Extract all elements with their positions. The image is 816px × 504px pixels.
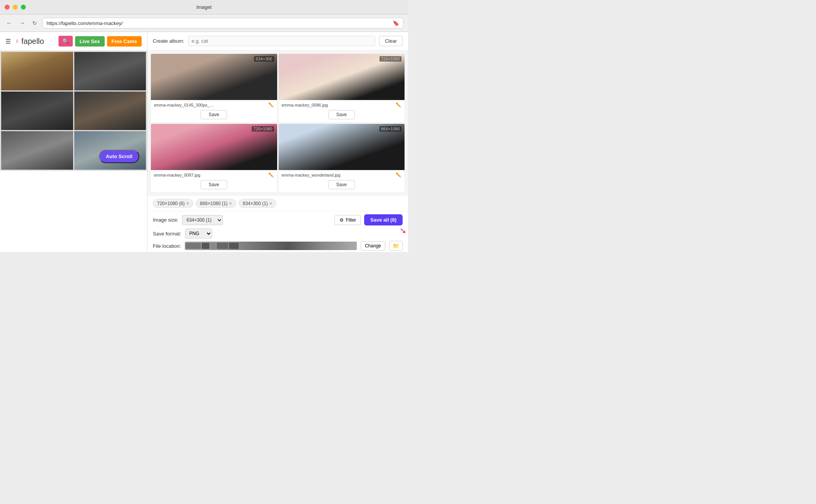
free-cams-button[interactable]: Free Cams — [107, 36, 142, 47]
save-button-3[interactable]: Save — [201, 180, 227, 189]
browser-chrome: ← → ↻ https://fapello.com/emma-mackey/ 🔖 — [0, 15, 408, 32]
webpage-image-2[interactable] — [74, 52, 146, 90]
auto-scroll-button[interactable]: Auto Scroll — [99, 150, 139, 163]
image-size-row: Image size: 634×300 (1) 720×1080 (6) 866… — [153, 214, 403, 225]
result-image-3[interactable]: 720×1080 — [151, 124, 277, 170]
location-segments — [185, 242, 357, 250]
folder-button[interactable]: 📁 — [389, 241, 403, 251]
tag-label-866: 866×1080 (1) — [200, 201, 227, 206]
edit-icon-1[interactable]: ✏️ — [268, 102, 274, 108]
edit-icon-3[interactable]: ✏️ — [268, 172, 274, 178]
live-sex-button[interactable]: Live Sex — [75, 36, 105, 47]
webpage-image-5[interactable] — [1, 131, 73, 170]
webpage-image-4[interactable] — [74, 92, 146, 130]
image-size-select[interactable]: 634×300 (1) 720×1080 (6) 866×1080 (1) — [182, 215, 223, 225]
filename-2: emma-mackey_0086.jpg — [282, 103, 328, 107]
result-image-1[interactable]: 634×300 — [151, 54, 277, 100]
dimension-label-4: 866×1080 — [380, 126, 401, 132]
result-meta-2: emma-mackey_0086.jpg ✏️ — [279, 100, 405, 110]
close-button[interactable] — [5, 5, 10, 10]
result-card-1: 634×300 emma-mackey_0145_300px_3.jp ✏️ S… — [150, 53, 278, 123]
edit-icon-4[interactable]: ✏️ — [396, 172, 401, 178]
filter-icon: ⚙ — [339, 217, 344, 223]
result-card-3: 720×1080 emma-mackey_0087.jpg ✏️ Save — [150, 123, 278, 193]
filename-3: emma-mackey_0087.jpg — [154, 173, 200, 177]
search-button[interactable]: 🔍 — [59, 36, 73, 47]
save-button-2[interactable]: Save — [328, 110, 355, 119]
fapello-left: ☰ ♀ fapello — [5, 37, 44, 46]
dimension-label-1: 634×300 — [254, 56, 274, 62]
tag-remove-634[interactable]: × — [269, 200, 273, 206]
fapello-right: 🔍 Live Sex Free Cams — [59, 36, 142, 47]
dimension-label-3: 720×1080 — [252, 126, 274, 132]
save-format-row: Save format: PNG JPG WEBP — [153, 229, 403, 239]
save-button-1[interactable]: Save — [201, 110, 227, 119]
result-card-4: 866×1080 emma-mackey_wonderland.jpg ✏️ S… — [278, 123, 405, 193]
maximize-button[interactable] — [21, 5, 26, 10]
hamburger-icon[interactable]: ☰ — [5, 38, 11, 45]
tag-remove-720[interactable]: × — [186, 200, 189, 206]
location-bar — [185, 242, 357, 250]
save-all-button[interactable]: Save all (8) — [364, 214, 403, 225]
extension-panel: Create album: Clear 634×300 emma-mackey_… — [147, 32, 408, 252]
file-location-label: File location: — [153, 243, 181, 249]
filename-4: emma-mackey_wonderland.jpg — [282, 173, 341, 177]
webpage-panel: ☰ ♀ fapello 🔍 Live Sex Free Cams Aut — [0, 32, 147, 252]
titlebar-buttons — [5, 5, 26, 10]
address-bar[interactable]: https://fapello.com/emma-mackey/ 🔖 — [42, 18, 403, 28]
fapello-logo: ♀ fapello — [15, 37, 44, 46]
webpage-image-1[interactable] — [1, 52, 73, 90]
logo-icon: ♀ — [15, 37, 20, 45]
loc-seg-2 — [202, 243, 209, 249]
loc-seg-5 — [229, 243, 239, 249]
bookmark-icon[interactable]: 🔖 — [393, 20, 399, 26]
main-layout: ☰ ♀ fapello 🔍 Live Sex Free Cams Aut — [0, 32, 408, 252]
image-size-label: Image size: — [153, 217, 178, 223]
filename-1: emma-mackey_0145_300px_3.jp — [154, 103, 216, 107]
results-grid: 634×300 emma-mackey_0145_300px_3.jp ✏️ S… — [147, 50, 408, 196]
filter-tag-720[interactable]: 720×1080 (6) × — [153, 199, 193, 208]
result-image-4[interactable]: 866×1080 — [279, 124, 405, 170]
bottom-controls: Image size: 634×300 (1) 720×1080 (6) 866… — [147, 211, 408, 252]
save-button-4[interactable]: Save — [328, 180, 355, 189]
fapello-header: ☰ ♀ fapello 🔍 Live Sex Free Cams — [0, 32, 147, 51]
result-meta-1: emma-mackey_0145_300px_3.jp ✏️ — [151, 100, 277, 110]
clear-button[interactable]: Clear — [379, 36, 403, 46]
edit-icon-2[interactable]: ✏️ — [396, 102, 401, 108]
logo-text: fapello — [22, 37, 44, 46]
loc-seg-1 — [186, 243, 201, 249]
tag-label-720: 720×1080 (6) — [157, 201, 185, 206]
minimize-button[interactable] — [13, 5, 18, 10]
save-format-label: Save format: — [153, 231, 181, 237]
url-text: https://fapello.com/emma-mackey/ — [47, 20, 123, 26]
filter-tag-634[interactable]: 634×300 (1) × — [239, 199, 277, 208]
result-meta-3: emma-mackey_0087.jpg ✏️ — [151, 170, 277, 180]
webpage-image-3[interactable] — [1, 92, 73, 130]
create-album-label: Create album: — [153, 38, 184, 44]
tag-label-634: 634×300 (1) — [243, 201, 268, 206]
filter-tag-866[interactable]: 866×1080 (1) × — [196, 199, 236, 208]
tag-remove-866[interactable]: × — [229, 200, 232, 206]
filter-button[interactable]: ⚙ Filter — [334, 215, 361, 225]
change-button[interactable]: Change — [361, 241, 385, 250]
result-image-2[interactable]: 720×1080 — [279, 54, 405, 100]
titlebar: Imaget — [0, 0, 408, 15]
loc-seg-4 — [217, 243, 228, 249]
filter-label: Filter — [346, 217, 356, 223]
filter-tags: 720×1080 (6) × 866×1080 (1) × 634×300 (1… — [147, 196, 408, 211]
format-select[interactable]: PNG JPG WEBP — [185, 229, 212, 239]
result-meta-4: emma-mackey_wonderland.jpg ✏️ — [279, 170, 405, 180]
refresh-button[interactable]: ↻ — [31, 19, 38, 27]
dimension-label-2: 720×1080 — [380, 56, 401, 62]
loc-seg-3 — [210, 243, 216, 249]
forward-button[interactable]: → — [18, 19, 27, 27]
result-card-2: 720×1080 emma-mackey_0086.jpg ✏️ Save — [278, 53, 405, 123]
file-location-row: File location: Change 📁 — [153, 241, 403, 251]
window-title: Imaget — [196, 4, 212, 10]
create-album-header: Create album: Clear — [147, 32, 408, 50]
album-input[interactable] — [188, 36, 375, 46]
back-button[interactable]: ← — [5, 19, 14, 27]
